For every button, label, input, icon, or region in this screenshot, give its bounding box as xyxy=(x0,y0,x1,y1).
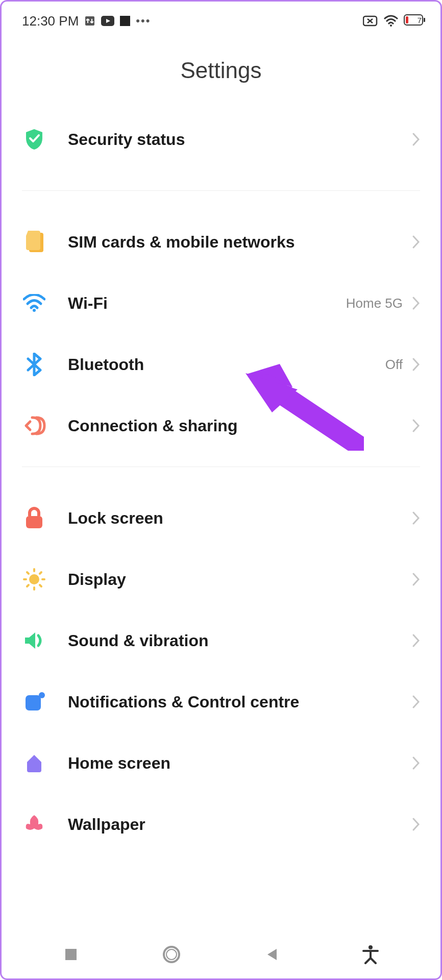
chevron-right-icon xyxy=(412,695,420,709)
flower-icon xyxy=(22,812,46,837)
svg-rect-2 xyxy=(120,16,130,26)
settings-item-sim-cards[interactable]: SIM cards & mobile networks xyxy=(2,211,440,273)
settings-list: Security status SIM cards & mobile netwo… xyxy=(2,99,440,855)
svg-line-17 xyxy=(27,585,29,586)
svg-point-23 xyxy=(166,949,177,960)
settings-item-value: Off xyxy=(385,357,403,373)
settings-item-bluetooth[interactable]: Bluetooth Off xyxy=(2,334,440,395)
status-bar-left: 12:30 PM ••• xyxy=(22,13,151,29)
wifi-status-icon xyxy=(383,15,399,27)
svg-rect-0 xyxy=(85,16,94,26)
settings-item-label: Sound & vibration xyxy=(68,631,412,650)
nav-recent-button[interactable] xyxy=(63,947,79,964)
wifi-icon xyxy=(22,291,46,315)
settings-item-wifi[interactable]: Wi-Fi Home 5G xyxy=(2,273,440,334)
chevron-right-icon xyxy=(412,132,420,146)
nav-home-button[interactable] xyxy=(161,944,182,967)
svg-rect-6 xyxy=(424,18,425,22)
settings-item-label: Bluetooth xyxy=(68,355,385,374)
chevron-right-icon xyxy=(412,296,420,310)
svg-point-8 xyxy=(33,309,36,312)
chevron-right-icon xyxy=(412,357,420,372)
square-icon xyxy=(119,15,131,27)
svg-point-24 xyxy=(369,945,373,949)
svg-point-10 xyxy=(29,574,39,584)
shield-check-icon xyxy=(22,127,46,152)
share-icon xyxy=(22,413,46,438)
transfer-icon xyxy=(84,15,96,27)
chevron-right-icon xyxy=(412,633,420,648)
nav-back-button[interactable] xyxy=(264,947,280,964)
svg-rect-9 xyxy=(26,516,42,528)
svg-line-18 xyxy=(40,572,41,574)
settings-item-label: Connection & sharing xyxy=(68,416,412,435)
settings-item-label: Home screen xyxy=(68,754,412,773)
settings-item-lock-screen[interactable]: Lock screen xyxy=(2,487,440,549)
status-bar: 12:30 PM ••• 7 xyxy=(2,2,440,37)
battery-percent: 7 xyxy=(418,16,422,24)
settings-item-display[interactable]: Display xyxy=(2,549,440,610)
svg-point-4 xyxy=(390,24,392,27)
chevron-right-icon xyxy=(412,511,420,525)
svg-line-16 xyxy=(40,585,41,586)
no-sim-icon xyxy=(363,15,378,27)
settings-item-label: Wi-Fi xyxy=(68,294,346,313)
home-icon xyxy=(22,751,46,775)
chevron-right-icon xyxy=(412,817,420,831)
svg-point-20 xyxy=(39,692,45,698)
sim-icon xyxy=(22,230,46,254)
svg-rect-21 xyxy=(65,949,77,960)
settings-item-connection-sharing[interactable]: Connection & sharing xyxy=(2,395,440,456)
settings-item-notifications[interactable]: Notifications & Control centre xyxy=(2,671,440,732)
settings-item-label: Wallpaper xyxy=(68,815,412,834)
svg-line-15 xyxy=(27,572,29,574)
settings-item-label: Security status xyxy=(68,130,412,149)
settings-item-label: Notifications & Control centre xyxy=(68,693,412,712)
settings-item-label: SIM cards & mobile networks xyxy=(68,233,412,252)
nav-accessibility-button[interactable] xyxy=(362,945,379,966)
status-bar-right: 7 xyxy=(363,14,425,28)
settings-item-security-status[interactable]: Security status xyxy=(2,99,440,180)
lock-icon xyxy=(22,506,46,530)
settings-item-home-screen[interactable]: Home screen xyxy=(2,732,440,794)
bluetooth-icon xyxy=(22,352,46,377)
settings-item-sound-vibration[interactable]: Sound & vibration xyxy=(2,610,440,671)
settings-item-value: Home 5G xyxy=(346,296,403,311)
svg-rect-7 xyxy=(406,16,408,23)
chevron-right-icon xyxy=(412,419,420,433)
divider xyxy=(22,467,420,467)
status-icons-left: ••• xyxy=(84,14,151,28)
page-title: Settings xyxy=(2,58,440,83)
navigation-bar xyxy=(2,933,440,978)
svg-rect-19 xyxy=(26,695,41,710)
chevron-right-icon xyxy=(412,572,420,586)
battery-icon: 7 xyxy=(404,14,425,28)
more-icon: ••• xyxy=(136,14,151,28)
settings-item-label: Display xyxy=(68,570,412,589)
chevron-right-icon xyxy=(412,235,420,249)
speaker-icon xyxy=(22,628,46,653)
settings-item-wallpaper[interactable]: Wallpaper xyxy=(2,794,440,855)
divider xyxy=(22,190,420,191)
chevron-right-icon xyxy=(412,756,420,770)
notifications-icon xyxy=(22,690,46,714)
sun-icon xyxy=(22,567,46,592)
status-time: 12:30 PM xyxy=(22,13,79,29)
settings-item-label: Lock screen xyxy=(68,509,412,528)
youtube-icon xyxy=(101,16,114,26)
